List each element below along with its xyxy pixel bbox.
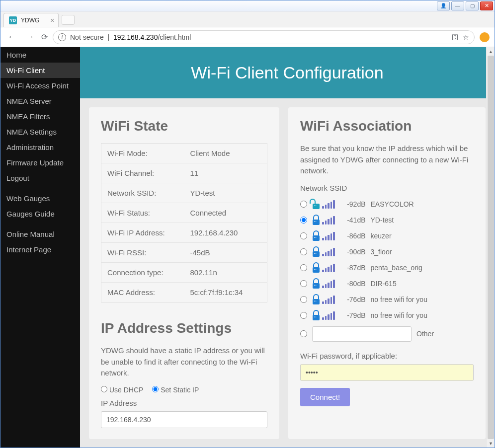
wifi-password-input[interactable] <box>300 364 474 381</box>
network-rssi: -80dB <box>340 280 366 288</box>
state-value: Connected <box>184 203 267 223</box>
connect-button[interactable]: Connect! <box>300 388 350 406</box>
user-button[interactable]: 👤 <box>437 1 450 10</box>
address-bar: ← → ⟳ i Not secure | 192.168.4.230/clien… <box>0 27 495 47</box>
state-label: Wi-Fi IP Address: <box>101 223 184 243</box>
wifi-association-heading: WiFi Association <box>300 118 474 134</box>
sidebar-item-wi-fi-access-point[interactable]: Wi-Fi Access Point <box>0 78 80 93</box>
wifi-state-table: Wi-Fi Mode:Client ModeWiFi Channel:11Net… <box>101 143 267 302</box>
reload-button[interactable]: ⟳ <box>41 32 48 42</box>
sidebar-item-nmea-filters[interactable]: NMEA Filters <box>0 109 80 124</box>
signal-icon <box>322 200 335 209</box>
network-rssi: -76dB <box>340 296 366 303</box>
wifi-association-card: WiFi Association Be sure that you know t… <box>288 107 486 439</box>
sidebar-item-online-manual[interactable]: Online Manual <box>0 226 80 242</box>
sidebar-item-firmware-update[interactable]: Firmware Update <box>0 155 80 170</box>
network-radio[interactable] <box>300 280 307 287</box>
sidebar-item-nmea-server[interactable]: NMEA Server <box>0 93 80 109</box>
state-label: Wi-Fi Status: <box>101 203 184 223</box>
wifi-password-label: Wi-Fi password, if applicable: <box>300 352 474 360</box>
scroll-down-icon[interactable]: ▼ <box>487 439 495 448</box>
network-row[interactable]: ••-41dBYD-test <box>300 212 474 228</box>
forward-button[interactable]: → <box>23 32 36 42</box>
network-radio[interactable] <box>300 296 307 303</box>
network-radio[interactable] <box>300 312 307 319</box>
sidebar-item-web-gauges[interactable]: Web Gauges <box>0 191 80 206</box>
scroll-thumb[interactable] <box>488 56 494 439</box>
sidebar-item-internet-page[interactable]: Internet Page <box>0 242 80 257</box>
url-box[interactable]: i Not secure | 192.168.4.230/client.html… <box>53 30 475 44</box>
state-label: Wi-Fi RSSI: <box>101 243 184 263</box>
vertical-scrollbar[interactable]: ▲ ▼ <box>486 47 495 448</box>
network-radio[interactable] <box>300 217 307 224</box>
state-value: 5c:cf:7f:f9:1c:34 <box>184 283 267 302</box>
network-other-row[interactable]: Other <box>300 323 474 345</box>
network-row[interactable]: ••-80dBDIR-615 <box>300 276 474 292</box>
profile-avatar[interactable] <box>480 32 490 42</box>
state-label: Connection type: <box>101 263 184 283</box>
favicon-icon: YD <box>9 16 17 24</box>
dhcp-radio[interactable] <box>101 386 107 392</box>
network-row[interactable]: ••-87dBpenta_base_orig <box>300 260 474 276</box>
network-row[interactable]: ••-92dBEASYCOLOR <box>300 196 474 212</box>
signal-icon <box>322 231 335 240</box>
sidebar-item-administration[interactable]: Administration <box>0 140 80 155</box>
locked-icon: •• <box>312 247 320 257</box>
browser-tab[interactable]: YD YDWG × <box>3 13 59 27</box>
network-ssid: penta_base_orig <box>371 264 422 272</box>
network-other-label: Other <box>416 330 434 338</box>
sidebar-item-wi-fi-client[interactable]: Wi-Fi Client <box>0 63 80 78</box>
signal-icon <box>322 279 335 288</box>
ip-settings-intro: YDWG should have a static IP address or … <box>101 345 267 379</box>
scroll-up-icon[interactable]: ▲ <box>487 47 495 56</box>
network-ssid: YD-test <box>371 216 394 224</box>
saved-password-icon[interactable]: ⚿ <box>452 33 459 41</box>
state-value: 192.168.4.230 <box>184 223 267 243</box>
browser-window: 👤 — ▢ ✕ YD YDWG × ← → ⟳ i Not secure | 1… <box>0 0 495 448</box>
network-other-input[interactable] <box>312 326 412 342</box>
bookmark-icon[interactable]: ☆ <box>463 33 469 41</box>
ip-address-label: IP Address <box>101 399 267 407</box>
signal-icon <box>322 311 335 320</box>
minimize-button[interactable]: — <box>451 1 464 10</box>
ip-address-input[interactable] <box>101 411 267 428</box>
ip-mode-options: Use DHCP Set Static IP <box>101 386 267 394</box>
table-row: WiFi Channel:11 <box>101 163 267 183</box>
network-radio[interactable] <box>300 264 307 271</box>
network-ssid: no free wifi for you <box>371 311 427 319</box>
main-content: Wi-Fi Client Configuration WiFi State Wi… <box>80 47 495 448</box>
signal-icon <box>322 295 335 304</box>
locked-icon: •• <box>312 215 320 225</box>
sidebar-item-gauges-guide[interactable]: Gauges Guide <box>0 206 80 222</box>
network-row[interactable]: ••-90dB3_floor <box>300 244 474 260</box>
network-other-radio[interactable] <box>300 330 307 337</box>
wifi-association-intro: Be sure that you know the IP address whi… <box>300 143 474 177</box>
tab-close-icon[interactable]: × <box>50 16 54 24</box>
static-option[interactable]: Set Static IP <box>152 386 199 394</box>
locked-icon: •• <box>312 231 320 241</box>
maximize-button[interactable]: ▢ <box>466 1 479 10</box>
close-button[interactable]: ✕ <box>480 1 493 10</box>
sidebar-item-home[interactable]: Home <box>0 47 80 63</box>
new-tab-button[interactable] <box>62 15 75 25</box>
table-row: MAC Address:5c:cf:7f:f9:1c:34 <box>101 283 267 302</box>
sidebar-item-logout[interactable]: Logout <box>0 170 80 186</box>
network-row[interactable]: ••-76dBno free wifi for you <box>300 292 474 307</box>
network-radio[interactable] <box>300 232 307 239</box>
network-ssid: keuzer <box>371 232 392 240</box>
network-list: ••-92dBEASYCOLOR••-41dBYD-test••-86dBkeu… <box>300 196 474 323</box>
state-value: 11 <box>184 163 267 183</box>
network-radio[interactable] <box>300 201 307 208</box>
network-row[interactable]: ••-79dBno free wifi for you <box>300 307 474 323</box>
static-radio[interactable] <box>152 386 159 392</box>
state-value: Client Mode <box>184 144 267 163</box>
dhcp-option[interactable]: Use DHCP <box>101 386 143 394</box>
network-radio[interactable] <box>300 248 307 255</box>
sidebar-item-nmea-settings[interactable]: NMEA Settings <box>0 124 80 140</box>
state-label: Network SSID: <box>101 183 184 203</box>
tab-title: YDWG <box>21 17 39 24</box>
back-button[interactable]: ← <box>5 32 18 42</box>
site-info-icon[interactable]: i <box>58 33 66 41</box>
unlocked-icon: •• <box>312 199 320 209</box>
network-row[interactable]: ••-86dBkeuzer <box>300 228 474 244</box>
